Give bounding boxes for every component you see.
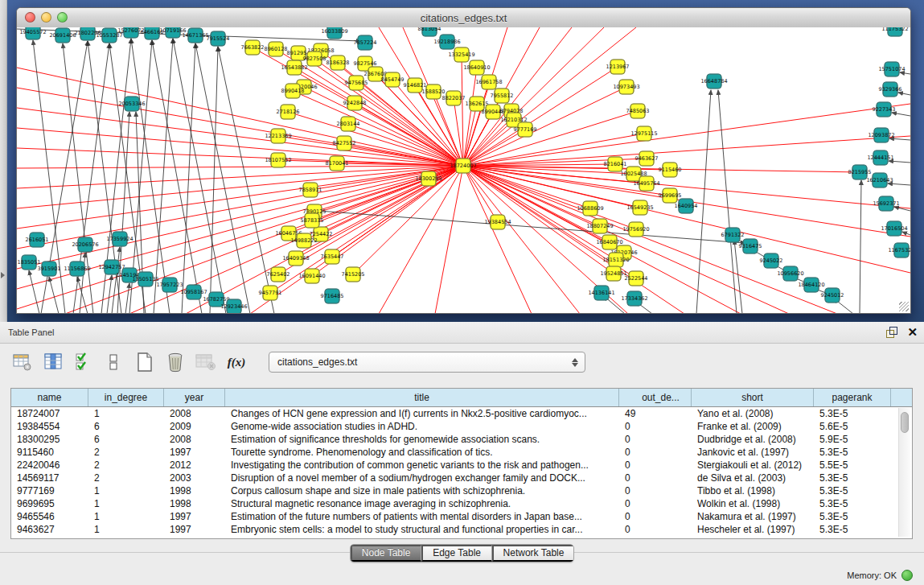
column-header-short[interactable]: short: [692, 389, 814, 406]
table-row[interactable]: 2242004622012Investigating the contribut…: [11, 459, 912, 472]
table-row[interactable]: 1830029562008Estimation of significance …: [11, 433, 912, 446]
graph-node[interactable]: 17334362: [621, 291, 647, 306]
graph-node[interactable]: 2718126: [277, 105, 300, 119]
graph-node[interactable]: 17359924: [106, 232, 133, 246]
show-columns-icon[interactable]: [42, 351, 64, 373]
network-window-titlebar[interactable]: citations_edges.txt: [17, 8, 910, 28]
collapse-arrow-icon[interactable]: [1, 272, 5, 278]
graph-node[interactable]: 11175322: [881, 27, 908, 36]
graph-node[interactable]: 10688609: [577, 201, 603, 216]
zoom-window-button[interactable]: [57, 12, 68, 23]
resize-grip[interactable]: [899, 302, 909, 311]
table-row[interactable]: 1456911722003Disruption of a novel membe…: [11, 472, 912, 484]
svg-text:8960128: 8960128: [265, 46, 288, 52]
table-row[interactable]: 1872400712008Changes of HCN gene express…: [11, 407, 912, 420]
tab-edge-table[interactable]: Edge Table: [421, 545, 492, 562]
graph-node[interactable]: 9716485: [321, 289, 344, 303]
clear-selection-icon[interactable]: [103, 351, 125, 373]
table-row[interactable]: 1938455462009Genome-wide association stu…: [11, 420, 912, 433]
graph-node[interactable]: 16549235: [626, 200, 653, 215]
graph-node[interactable]: 12213369: [265, 129, 291, 143]
graph-node[interactable]: 19218986: [433, 35, 460, 49]
graph-node[interactable]: 9316475: [739, 239, 762, 253]
table-selector-dropdown[interactable]: citations_edges.txt: [269, 352, 585, 373]
svg-text:7858911: 7858911: [299, 187, 322, 193]
graph-node[interactable]: 16033809: [321, 27, 347, 39]
graph-node[interactable]: 9227343: [873, 102, 896, 117]
graph-node[interactable]: 8813054: [418, 27, 441, 36]
graph-node[interactable]: 7858911: [299, 183, 322, 197]
vertical-scrollbar[interactable]: [898, 408, 910, 537]
minimize-window-button[interactable]: [41, 12, 51, 23]
graph-node[interactable]: 9329366: [879, 82, 902, 97]
column-header-out_degree[interactable]: out_de...: [619, 389, 692, 406]
graph-node[interactable]: 1640954: [675, 199, 698, 213]
select-all-icon[interactable]: [72, 351, 95, 373]
graph-node[interactable]: 9245012: [821, 288, 844, 303]
graph-node[interactable]: 9463627: [635, 151, 659, 166]
graph-node[interactable]: 7857224: [354, 35, 377, 50]
graph-node[interactable]: 12444151: [867, 150, 893, 165]
graph-node[interactable]: 8822037: [442, 91, 466, 105]
scrollbar-thumb[interactable]: [901, 412, 909, 433]
new-table-icon[interactable]: [133, 351, 156, 373]
tab-network-table[interactable]: Network Table: [492, 545, 574, 562]
graph-node[interactable]: 15751074: [878, 62, 905, 76]
svg-text:9827508: 9827508: [303, 56, 326, 62]
float-window-icon[interactable]: [886, 327, 897, 338]
graph-node[interactable]: 20206576: [72, 237, 98, 252]
graph-node[interactable]: 17957223: [156, 278, 183, 292]
graph-node[interactable]: 12093872: [868, 128, 894, 142]
graph-node[interactable]: 6791322: [721, 228, 745, 242]
graph-node[interactable]: 9115460: [659, 163, 682, 177]
column-header-year[interactable]: year: [164, 389, 225, 406]
citation-network-graph[interactable]: 1940557220691406218022961055328715276072…: [17, 27, 910, 313]
graph-node[interactable]: 18640910: [463, 60, 490, 75]
table-row[interactable]: 977716911998Corpus callosum shape and si…: [11, 484, 912, 497]
graph-node[interactable]: 13325419: [448, 47, 474, 62]
svg-text:7857224: 7857224: [354, 39, 377, 46]
network-canvas[interactable]: 1940557220691406218022961055328715276072…: [17, 27, 910, 313]
graph-node[interactable]: 3915901: [38, 262, 61, 276]
graph-node[interactable]: 2616051: [26, 233, 49, 247]
table-row[interactable]: 946362711997Embryonic stem cells: a mode…: [11, 523, 912, 536]
close-window-button[interactable]: [25, 12, 35, 23]
graph-node[interactable]: 18464120: [798, 278, 824, 292]
graph-node[interactable]: 7663822: [241, 40, 265, 55]
graph-node[interactable]: 11156869: [64, 262, 90, 276]
graph-node[interactable]: 7485063: [626, 104, 650, 118]
column-header-pagerank[interactable]: pagerank: [814, 389, 891, 406]
graph-node[interactable]: 19524851: [600, 266, 626, 281]
close-icon[interactable]: ✕: [907, 327, 918, 338]
graph-node[interactable]: 9699695: [659, 188, 682, 203]
graph-node[interactable]: 12975115: [630, 126, 657, 141]
graph-node[interactable]: 19405572: [19, 27, 46, 39]
table-row[interactable]: 969969511998Structural magnetic resonanc…: [11, 497, 912, 510]
graph-node[interactable]: 17016504: [881, 221, 907, 236]
graph-node[interactable]: 19384554: [484, 215, 511, 229]
column-header-title[interactable]: title: [225, 389, 619, 406]
graph-node[interactable]: 7955812: [491, 89, 514, 103]
table-row[interactable]: 946554611997Estimation of the future num…: [11, 510, 912, 523]
graph-node[interactable]: 7915524: [207, 31, 230, 46]
node-table: namein_degreeyeartitleout_de...shortpage…: [10, 388, 913, 539]
table-row[interactable]: 911546021997Tourette syndrome. Phenomeno…: [11, 446, 912, 459]
column-header-in_degree[interactable]: in_degree: [88, 389, 164, 406]
graph-node[interactable]: 11675320: [888, 243, 910, 257]
graph-node[interactable]: 16091440: [298, 269, 325, 283]
function-builder-icon[interactable]: f(x): [225, 351, 248, 373]
tab-node-table[interactable]: Node Table: [351, 545, 421, 562]
graph-node[interactable]: 8170041: [326, 156, 349, 171]
graph-node[interactable]: 9475685: [345, 76, 368, 90]
column-header-name[interactable]: name: [11, 389, 88, 406]
graph-node[interactable]: 15692371: [873, 196, 899, 211]
memory-status-indicator[interactable]: [901, 570, 913, 581]
graph-node[interactable]: 18107552: [265, 153, 291, 167]
graph-node[interactable]: 10973493: [613, 80, 639, 94]
delete-table-icon[interactable]: [164, 351, 187, 373]
graph-node[interactable]: 16648784: [700, 74, 727, 89]
graph-node[interactable]: 7415205: [342, 267, 365, 282]
cell-title: Corpus callosum shape and size in male p…: [225, 484, 619, 497]
graph-node[interactable]: 16961758: [475, 75, 502, 89]
table-options-icon[interactable]: [11, 351, 34, 373]
